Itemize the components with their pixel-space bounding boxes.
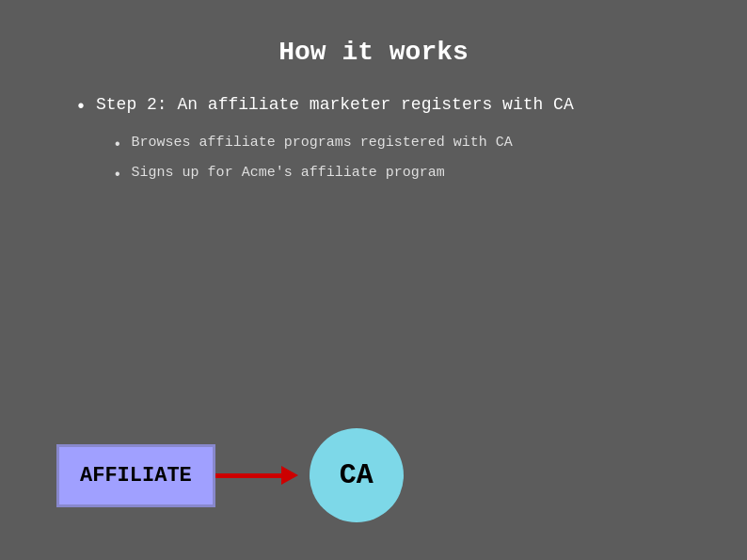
content-area: • Step 2: An affiliate marketer register… xyxy=(56,95,691,186)
affiliate-box: AFFILIATE xyxy=(56,444,215,507)
main-bullet-dot: • xyxy=(75,95,87,120)
diagram: AFFILIATE CA xyxy=(56,428,404,522)
sub-bullets-list: • Browses affiliate programs registered … xyxy=(75,135,691,186)
arrow-line xyxy=(215,473,281,478)
sub-dot-1: • xyxy=(113,135,122,155)
sub-bullet-2: • Signs up for Acme's affiliate program xyxy=(113,165,691,185)
slide: How it works • Step 2: An affiliate mark… xyxy=(0,0,747,560)
main-bullet-item: • Step 2: An affiliate marketer register… xyxy=(75,95,691,120)
arrow xyxy=(215,466,310,485)
sub-bullet-text-1: Browses affiliate programs registered wi… xyxy=(132,135,513,151)
ca-label: CA xyxy=(340,459,374,491)
sub-dot-2: • xyxy=(113,165,122,185)
ca-circle: CA xyxy=(310,428,404,522)
sub-bullet-text-2: Signs up for Acme's affiliate program xyxy=(132,165,445,181)
sub-bullet-1: • Browses affiliate programs registered … xyxy=(113,135,691,155)
slide-title: How it works xyxy=(56,38,691,67)
affiliate-label: AFFILIATE xyxy=(80,464,192,488)
arrow-head xyxy=(281,466,298,485)
main-bullet-text: Step 2: An affiliate marketer registers … xyxy=(96,95,574,114)
